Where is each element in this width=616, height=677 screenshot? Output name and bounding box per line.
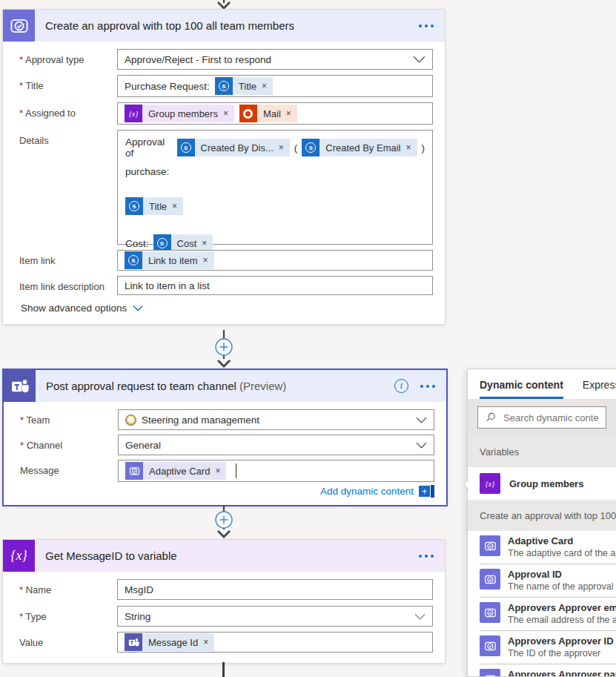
remove-token-icon[interactable]: × — [221, 108, 234, 119]
field-label: Message — [20, 460, 118, 476]
remove-token-icon[interactable]: × — [284, 108, 297, 119]
field-item-link-description: Item link description — [3, 276, 445, 295]
add-dynamic-content-icon[interactable]: + — [419, 485, 434, 498]
remove-token-icon[interactable]: × — [403, 142, 417, 153]
title-input[interactable]: Purchase Request: s Title × — [117, 75, 433, 97]
preview-label: (Preview) — [239, 380, 286, 392]
text-cursor — [236, 463, 236, 478]
channel-dropdown[interactable]: General — [118, 435, 434, 455]
add-dynamic-content-link[interactable]: Add dynamic content + — [4, 482, 446, 499]
more-actions-icon[interactable] — [419, 24, 434, 27]
dynamic-token-adaptive-card[interactable]: Adaptive CardThe adaptive card of the ap… — [480, 531, 616, 564]
field-name: Name — [3, 579, 445, 600]
info-icon[interactable]: i — [394, 379, 408, 393]
dynamic-token-approver-id[interactable]: Approvers Approver IDThe ID of the appro… — [480, 631, 616, 664]
panel-tabs: Dynamic content Expression — [468, 369, 616, 399]
token-link-to-item[interactable]: s Link to item × — [125, 251, 214, 269]
insert-step-connector[interactable] — [211, 330, 237, 368]
variable-name-input[interactable] — [117, 579, 433, 600]
flow-connector-line — [222, 662, 225, 677]
field-assigned-to: Assigned to {x} Group members × Mail × — [3, 102, 445, 125]
field-title: Title Purchase Request: s Title × — [3, 75, 445, 97]
field-approval-type: Approval type Approve/Reject - First to … — [3, 49, 445, 70]
field-label: Item link description — [19, 276, 117, 292]
dynamic-content-panel[interactable]: Dynamic content Expression Variables {x}… — [467, 369, 616, 677]
approvals-icon — [480, 669, 500, 677]
more-actions-icon[interactable] — [420, 385, 435, 388]
card-title: Get MessageID to variable — [35, 549, 419, 562]
more-actions-icon[interactable] — [419, 555, 434, 558]
search-dynamic-content-input[interactable] — [503, 412, 599, 423]
field-channel: Channel General — [4, 435, 446, 455]
token-adaptive-card[interactable]: Adaptive Card × — [125, 462, 226, 480]
dynamic-token-approver-email[interactable]: Approvers Approver emailThe email addres… — [480, 598, 616, 631]
approvals-icon — [480, 602, 500, 623]
card-header[interactable]: {x} Get MessageID to variable — [3, 540, 445, 572]
sharepoint-icon: s — [177, 139, 195, 156]
search-strip — [468, 399, 616, 436]
field-label: Assigned to — [19, 102, 117, 119]
token-created-by-email[interactable]: s Created By Email × — [302, 139, 417, 156]
remove-token-icon[interactable]: × — [199, 238, 213, 248]
tab-dynamic-content[interactable]: Dynamic content — [480, 379, 563, 399]
remove-token-icon[interactable]: × — [259, 81, 273, 91]
remove-token-icon[interactable]: × — [213, 466, 226, 476]
remove-token-icon[interactable]: × — [201, 637, 214, 647]
field-label: Details — [19, 130, 117, 146]
section-header-variables: Variables — [468, 436, 616, 467]
remove-token-icon[interactable]: × — [200, 255, 213, 265]
field-label: Channel — [20, 435, 118, 451]
dynamic-token-approval-id[interactable]: Approval IDThe name of the approval — [480, 564, 616, 598]
action-card-post-to-teams[interactable]: Post approval request to team channel (P… — [2, 369, 448, 506]
field-value: Value Message Id × — [3, 632, 445, 653]
token-mail[interactable]: Mail × — [239, 105, 297, 122]
sharepoint-icon: s — [125, 251, 142, 269]
token-message-id[interactable]: Message Id × — [125, 633, 214, 651]
assigned-to-input[interactable]: {x} Group members × Mail × — [117, 102, 433, 125]
team-avatar — [125, 415, 136, 426]
details-input[interactable]: Approval of s Created By Dis... × ( s Cr… — [117, 130, 433, 245]
show-advanced-options-toggle[interactable]: Show advanced options — [21, 303, 445, 314]
variables-icon: {x} — [3, 540, 35, 572]
token-group-members[interactable]: {x} Group members × — [125, 105, 234, 122]
chevron-down-icon — [416, 442, 427, 449]
chevron-down-icon — [414, 613, 425, 620]
field-details: Details Approval of s Created By Dis... … — [3, 130, 445, 245]
dynamic-token-group-members[interactable]: {x} Group members — [468, 467, 616, 500]
flow-connector-arrow — [211, 0, 237, 9]
remove-token-icon[interactable]: × — [170, 201, 183, 211]
chevron-down-icon — [133, 305, 143, 311]
teams-icon — [125, 633, 142, 651]
field-label: Item link — [19, 250, 117, 266]
token-created-by-display[interactable]: s Created By Dis... × — [177, 139, 290, 156]
variable-icon: {x} — [125, 105, 142, 122]
token-title[interactable]: s Title × — [215, 77, 273, 95]
approvals-icon — [125, 462, 143, 480]
insert-step-connector[interactable] — [211, 505, 237, 538]
variable-type-dropdown[interactable]: String — [117, 606, 433, 627]
item-link-description-input[interactable] — [117, 276, 433, 295]
card-header[interactable]: Post approval request to team channel (P… — [4, 370, 446, 402]
search-box[interactable] — [477, 406, 606, 429]
card-title: Create an approval with top 100 all team… — [35, 19, 419, 32]
sharepoint-icon: s — [215, 77, 233, 95]
field-label: Type — [19, 606, 117, 622]
item-link-input[interactable]: s Link to item × — [117, 250, 433, 271]
field-label: Value — [19, 632, 117, 648]
field-message: Message Adaptive Card × — [4, 460, 446, 482]
action-card-create-approval[interactable]: Create an approval with top 100 all team… — [2, 9, 446, 325]
variable-value-input[interactable]: Message Id × — [117, 632, 433, 653]
approval-type-dropdown[interactable]: Approve/Reject - First to respond — [117, 49, 433, 70]
office-mail-icon — [239, 105, 257, 122]
action-card-get-messageid[interactable]: {x} Get MessageID to variable Name Type … — [2, 539, 446, 664]
field-type: Type String — [3, 606, 445, 627]
message-input[interactable]: Adaptive Card × — [118, 460, 434, 482]
remove-token-icon[interactable]: × — [276, 142, 290, 153]
tab-expression[interactable]: Expression — [583, 379, 616, 399]
dynamic-token-approver-name[interactable]: Approvers Approver name — [480, 664, 616, 677]
team-dropdown[interactable]: Steering and management — [118, 409, 434, 430]
field-team: Team Steering and management — [4, 409, 446, 430]
approvals-icon — [480, 569, 500, 590]
token-title[interactable]: s Title × — [125, 197, 183, 215]
card-header[interactable]: Create an approval with top 100 all team… — [3, 10, 445, 42]
